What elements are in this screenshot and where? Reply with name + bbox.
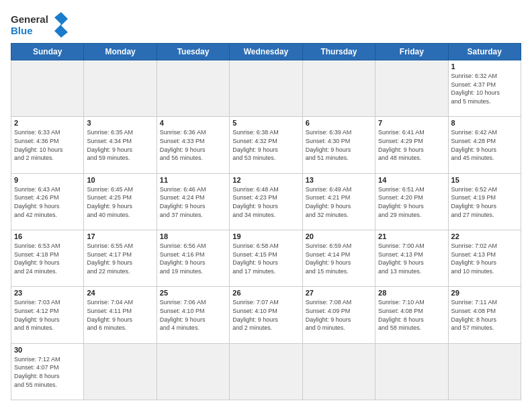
day-number: 25 <box>160 289 226 297</box>
day-number: 28 <box>378 289 445 297</box>
day-info: Sunrise: 6:41 AM Sunset: 4:29 PM Dayligh… <box>378 129 425 161</box>
day-number: 23 <box>14 289 81 297</box>
calendar-cell: 7Sunrise: 6:41 AM Sunset: 4:29 PM Daylig… <box>375 117 448 173</box>
day-info: Sunrise: 7:12 AM Sunset: 4:07 PM Dayligh… <box>14 356 60 388</box>
calendar-cell <box>157 60 229 117</box>
day-number: 13 <box>306 176 372 184</box>
day-info: Sunrise: 6:43 AM Sunset: 4:26 PM Dayligh… <box>14 186 60 218</box>
calendar-cell <box>84 60 157 117</box>
day-number: 7 <box>378 119 445 127</box>
weekday-header-friday: Friday <box>375 44 448 60</box>
day-info: Sunrise: 7:02 AM Sunset: 4:13 PM Dayligh… <box>451 242 498 275</box>
day-info: Sunrise: 7:06 AM Sunset: 4:10 PM Dayligh… <box>160 299 206 331</box>
calendar-cell: 23Sunrise: 7:03 AM Sunset: 4:12 PM Dayli… <box>11 287 84 343</box>
day-number: 3 <box>87 119 153 127</box>
weekday-header-tuesday: Tuesday <box>157 44 229 60</box>
calendar-cell <box>230 60 302 117</box>
calendar-cell <box>157 343 229 400</box>
day-info: Sunrise: 6:33 AM Sunset: 4:36 PM Dayligh… <box>14 129 63 161</box>
calendar-cell: 21Sunrise: 7:00 AM Sunset: 4:13 PM Dayli… <box>375 230 448 286</box>
day-info: Sunrise: 6:52 AM Sunset: 4:19 PM Dayligh… <box>451 186 498 218</box>
calendar-cell: 16Sunrise: 6:53 AM Sunset: 4:18 PM Dayli… <box>11 230 84 286</box>
day-number: 22 <box>451 232 518 240</box>
calendar-cell: 18Sunrise: 6:56 AM Sunset: 4:16 PM Dayli… <box>157 230 229 286</box>
calendar-cell: 30Sunrise: 7:12 AM Sunset: 4:07 PM Dayli… <box>11 343 84 400</box>
calendar-cell: 15Sunrise: 6:52 AM Sunset: 4:19 PM Dayli… <box>448 173 521 230</box>
weekday-header-wednesday: Wednesday <box>230 44 302 60</box>
calendar-cell: 22Sunrise: 7:02 AM Sunset: 4:13 PM Dayli… <box>448 230 521 286</box>
day-info: Sunrise: 6:39 AM Sunset: 4:30 PM Dayligh… <box>306 129 352 161</box>
day-number: 2 <box>14 119 81 127</box>
calendar-cell: 10Sunrise: 6:45 AM Sunset: 4:25 PM Dayli… <box>84 173 157 230</box>
logo-svg: General Blue <box>11 11 71 38</box>
calendar-cell: 17Sunrise: 6:55 AM Sunset: 4:17 PM Dayli… <box>84 230 157 286</box>
calendar-cell: 25Sunrise: 7:06 AM Sunset: 4:10 PM Dayli… <box>157 287 229 343</box>
day-info: Sunrise: 6:49 AM Sunset: 4:21 PM Dayligh… <box>306 186 352 218</box>
day-info: Sunrise: 6:55 AM Sunset: 4:17 PM Dayligh… <box>87 242 133 275</box>
day-number: 5 <box>232 119 299 127</box>
day-number: 10 <box>87 176 153 184</box>
day-number: 30 <box>14 346 81 354</box>
calendar-cell <box>11 60 84 117</box>
day-info: Sunrise: 6:42 AM Sunset: 4:28 PM Dayligh… <box>451 129 498 161</box>
day-info: Sunrise: 6:48 AM Sunset: 4:23 PM Dayligh… <box>232 186 279 218</box>
weekday-header-thursday: Thursday <box>302 44 375 60</box>
day-info: Sunrise: 6:46 AM Sunset: 4:24 PM Dayligh… <box>160 186 206 218</box>
calendar-cell <box>230 343 302 400</box>
day-number: 6 <box>306 119 372 127</box>
day-number: 4 <box>160 119 226 127</box>
day-info: Sunrise: 6:53 AM Sunset: 4:18 PM Dayligh… <box>14 242 60 275</box>
calendar-cell: 13Sunrise: 6:49 AM Sunset: 4:21 PM Dayli… <box>302 173 375 230</box>
day-info: Sunrise: 6:51 AM Sunset: 4:20 PM Dayligh… <box>378 186 425 218</box>
day-info: Sunrise: 6:59 AM Sunset: 4:14 PM Dayligh… <box>306 242 352 275</box>
day-info: Sunrise: 7:07 AM Sunset: 4:10 PM Dayligh… <box>232 299 279 331</box>
calendar-cell <box>448 343 521 400</box>
weekday-header-saturday: Saturday <box>448 44 521 60</box>
day-info: Sunrise: 7:10 AM Sunset: 4:08 PM Dayligh… <box>378 299 425 331</box>
day-number: 16 <box>14 232 81 240</box>
calendar-cell <box>375 343 448 400</box>
day-number: 20 <box>306 232 372 240</box>
calendar-cell: 4Sunrise: 6:36 AM Sunset: 4:33 PM Daylig… <box>157 117 229 173</box>
day-number: 26 <box>232 289 299 297</box>
calendar-cell: 3Sunrise: 6:35 AM Sunset: 4:34 PM Daylig… <box>84 117 157 173</box>
calendar-cell: 8Sunrise: 6:42 AM Sunset: 4:28 PM Daylig… <box>448 117 521 173</box>
day-number: 8 <box>451 119 518 127</box>
svg-text:Blue: Blue <box>11 25 33 36</box>
calendar-cell <box>302 343 375 400</box>
day-number: 9 <box>14 176 81 184</box>
calendar-cell: 12Sunrise: 6:48 AM Sunset: 4:23 PM Dayli… <box>230 173 302 230</box>
calendar-cell: 1Sunrise: 6:32 AM Sunset: 4:37 PM Daylig… <box>448 60 521 117</box>
day-info: Sunrise: 6:32 AM Sunset: 4:37 PM Dayligh… <box>451 73 500 105</box>
calendar-cell: 27Sunrise: 7:08 AM Sunset: 4:09 PM Dayli… <box>302 287 375 343</box>
day-number: 19 <box>232 232 299 240</box>
day-number: 15 <box>451 176 518 184</box>
day-number: 12 <box>232 176 299 184</box>
day-info: Sunrise: 7:00 AM Sunset: 4:13 PM Dayligh… <box>378 242 425 275</box>
day-number: 11 <box>160 176 226 184</box>
calendar-cell <box>302 60 375 117</box>
calendar-table: SundayMondayTuesdayWednesdayThursdayFrid… <box>11 43 521 400</box>
calendar-cell: 26Sunrise: 7:07 AM Sunset: 4:10 PM Dayli… <box>230 287 302 343</box>
calendar-cell: 6Sunrise: 6:39 AM Sunset: 4:30 PM Daylig… <box>302 117 375 173</box>
calendar-cell: 5Sunrise: 6:38 AM Sunset: 4:32 PM Daylig… <box>230 117 302 173</box>
svg-marker-2 <box>54 12 68 38</box>
header: General Blue <box>11 11 521 38</box>
calendar-cell: 2Sunrise: 6:33 AM Sunset: 4:36 PM Daylig… <box>11 117 84 173</box>
weekday-header-sunday: Sunday <box>11 44 84 60</box>
day-number: 18 <box>160 232 226 240</box>
calendar-cell: 20Sunrise: 6:59 AM Sunset: 4:14 PM Dayli… <box>302 230 375 286</box>
day-number: 1 <box>451 62 518 71</box>
calendar-cell: 11Sunrise: 6:46 AM Sunset: 4:24 PM Dayli… <box>157 173 229 230</box>
calendar-cell: 19Sunrise: 6:58 AM Sunset: 4:15 PM Dayli… <box>230 230 302 286</box>
calendar-cell <box>84 343 157 400</box>
day-number: 29 <box>451 289 518 297</box>
day-number: 24 <box>87 289 153 297</box>
day-info: Sunrise: 7:04 AM Sunset: 4:11 PM Dayligh… <box>87 299 133 331</box>
day-info: Sunrise: 7:03 AM Sunset: 4:12 PM Dayligh… <box>14 299 60 331</box>
calendar-cell: 9Sunrise: 6:43 AM Sunset: 4:26 PM Daylig… <box>11 173 84 230</box>
svg-text:General: General <box>11 13 48 25</box>
day-info: Sunrise: 7:08 AM Sunset: 4:09 PM Dayligh… <box>306 299 352 331</box>
day-info: Sunrise: 7:11 AM Sunset: 4:08 PM Dayligh… <box>451 299 498 331</box>
logo: General Blue <box>11 11 71 38</box>
